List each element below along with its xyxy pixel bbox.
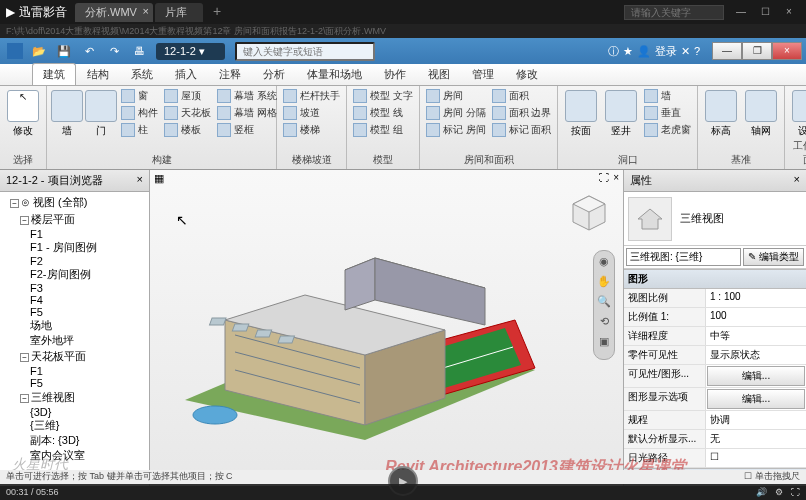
by-face-button[interactable]: 按面 xyxy=(562,88,600,138)
property-value[interactable]: 编辑... xyxy=(707,389,805,409)
tree-item[interactable]: 场地 xyxy=(2,318,147,333)
player-search-input[interactable] xyxy=(624,5,724,20)
player-tab-video[interactable]: 分析.WMV × xyxy=(75,3,153,22)
edit-type-button[interactable]: ✎ 编辑类型 xyxy=(743,248,804,266)
property-value[interactable]: 100 xyxy=(706,308,806,326)
app-search-input[interactable] xyxy=(235,42,375,61)
exchange-icon[interactable]: ✕ xyxy=(681,45,690,58)
close-icon[interactable]: × xyxy=(137,173,143,188)
tab-annotate[interactable]: 注释 xyxy=(208,63,252,85)
tree-item[interactable]: F2-房间图例 xyxy=(2,267,147,282)
tree-item[interactable]: F1 xyxy=(2,228,147,240)
print-icon[interactable]: 🖶 xyxy=(128,41,150,61)
save-icon[interactable]: 💾 xyxy=(53,41,75,61)
app-minimize-button[interactable]: — xyxy=(712,42,742,60)
railing-button[interactable]: 栏杆扶手 xyxy=(281,88,342,104)
tree-group-3dviews[interactable]: −三维视图 xyxy=(2,389,147,406)
column-button[interactable]: 柱 xyxy=(119,122,160,138)
ramp-button[interactable]: 坡道 xyxy=(281,105,342,121)
property-value[interactable]: 中等 xyxy=(706,327,806,345)
maximize-button[interactable]: ☐ xyxy=(754,4,776,20)
window-button[interactable]: 窗 xyxy=(119,88,160,104)
property-row[interactable]: 默认分析显示...无 xyxy=(624,430,806,449)
tab-manage[interactable]: 管理 xyxy=(461,63,505,85)
tab-massing[interactable]: 体量和场地 xyxy=(296,63,373,85)
property-row[interactable]: 零件可见性显示原状态 xyxy=(624,346,806,365)
tree-item[interactable]: F2 xyxy=(2,255,147,267)
tree-item[interactable]: {3D} xyxy=(2,406,147,418)
tree-item[interactable]: 室外地坪 xyxy=(2,333,147,348)
tag-area-button[interactable]: 标记 面积 xyxy=(490,122,554,138)
volume-icon[interactable]: 🔊 xyxy=(756,487,767,497)
property-value[interactable]: 协调 xyxy=(706,411,806,429)
close-icon[interactable]: × xyxy=(143,5,149,17)
user-icon[interactable]: 👤 xyxy=(637,45,651,58)
document-selector[interactable]: 12-1-2 ▾ xyxy=(156,43,225,60)
curtain-grid-button[interactable]: 幕墙 网格 xyxy=(215,105,279,121)
player-tab-library[interactable]: 片库 xyxy=(155,3,203,22)
modify-button[interactable]: ↖修改 xyxy=(4,88,42,138)
building-model[interactable] xyxy=(165,200,545,450)
tree-item[interactable]: F1 - 房间图例 xyxy=(2,240,147,255)
tree-item[interactable]: F1 xyxy=(2,365,147,377)
close-view-icon[interactable]: × xyxy=(613,172,619,183)
tree-root[interactable]: −⊙ 视图 (全部) xyxy=(2,194,147,211)
property-row[interactable]: 可见性/图形...编辑... xyxy=(624,365,806,388)
tree-item[interactable]: F4 xyxy=(2,294,147,306)
fullscreen-icon[interactable]: ⛶ xyxy=(791,487,800,497)
properties-grid[interactable]: 图形 视图比例1 : 100比例值 1:100详细程度中等零件可见性显示原状态可… xyxy=(624,269,806,486)
star-icon[interactable]: ★ xyxy=(623,45,633,58)
tree-group-ceilingplans[interactable]: −天花板平面 xyxy=(2,348,147,365)
vertical-opening-button[interactable]: 垂直 xyxy=(642,105,693,121)
property-row[interactable]: 规程协调 xyxy=(624,411,806,430)
roof-button[interactable]: 屋顶 xyxy=(162,88,213,104)
login-link[interactable]: 登录 xyxy=(655,44,677,59)
property-value[interactable]: 1 : 100 xyxy=(706,289,806,307)
tab-analyze[interactable]: 分析 xyxy=(252,63,296,85)
instance-selector[interactable]: 三维视图: {三维} xyxy=(626,248,741,266)
app-close-button[interactable]: × xyxy=(772,42,802,60)
tab-systems[interactable]: 系统 xyxy=(120,63,164,85)
tab-collaborate[interactable]: 协作 xyxy=(373,63,417,85)
zoom-icon[interactable]: 🔍 xyxy=(594,295,614,315)
tree-group-floorplans[interactable]: −楼层平面 xyxy=(2,211,147,228)
infocenter-icon[interactable]: ⓘ xyxy=(608,44,619,59)
viewcube[interactable] xyxy=(565,190,613,238)
browser-tree[interactable]: −⊙ 视图 (全部) −楼层平面 F1 F1 - 房间图例 F2 F2-房间图例… xyxy=(0,192,149,486)
wall-button[interactable]: 墙 xyxy=(51,88,83,138)
room-sep-button[interactable]: 房间 分隔 xyxy=(424,105,488,121)
set-button[interactable]: 设置 xyxy=(789,88,806,138)
wall-opening-button[interactable]: 墙 xyxy=(642,88,693,104)
area-boundary-button[interactable]: 面积 边界 xyxy=(490,105,554,121)
open-icon[interactable]: 📂 xyxy=(28,41,50,61)
model-line-button[interactable]: 模型 线 xyxy=(351,105,415,121)
property-row[interactable]: 图形显示选项编辑... xyxy=(624,388,806,411)
orbit-icon[interactable]: ⟲ xyxy=(594,315,614,335)
property-row[interactable]: 比例值 1:100 xyxy=(624,308,806,327)
tree-item[interactable]: 副本: {3D} xyxy=(2,433,147,448)
shaft-button[interactable]: 竖井 xyxy=(602,88,640,138)
mullion-button[interactable]: 竖框 xyxy=(215,122,279,138)
tree-item[interactable]: F3 xyxy=(2,282,147,294)
model-group-button[interactable]: 模型 组 xyxy=(351,122,415,138)
section-box-icon[interactable]: ▣ xyxy=(594,335,614,355)
floor-button[interactable]: 楼板 xyxy=(162,122,213,138)
view-icon[interactable]: ▦ xyxy=(154,172,164,185)
add-tab-button[interactable]: + xyxy=(205,3,229,22)
property-value[interactable]: 无 xyxy=(706,430,806,448)
property-value[interactable]: 编辑... xyxy=(707,366,805,386)
property-row[interactable]: 详细程度中等 xyxy=(624,327,806,346)
dormer-button[interactable]: 老虎窗 xyxy=(642,122,693,138)
help-icon[interactable]: ? xyxy=(694,45,700,57)
tree-item[interactable]: F5 xyxy=(2,377,147,389)
tab-modify[interactable]: 修改 xyxy=(505,63,549,85)
door-button[interactable]: 门 xyxy=(85,88,117,138)
property-value[interactable]: ☐ xyxy=(706,449,806,467)
app-restore-button[interactable]: ❐ xyxy=(742,42,772,60)
stair-button[interactable]: 楼梯 xyxy=(281,122,342,138)
room-button[interactable]: 房间 xyxy=(424,88,488,104)
tree-item[interactable]: {三维} xyxy=(2,418,147,433)
tab-insert[interactable]: 插入 xyxy=(164,63,208,85)
tree-item[interactable]: F5 xyxy=(2,306,147,318)
tag-room-button[interactable]: 标记 房间 xyxy=(424,122,488,138)
